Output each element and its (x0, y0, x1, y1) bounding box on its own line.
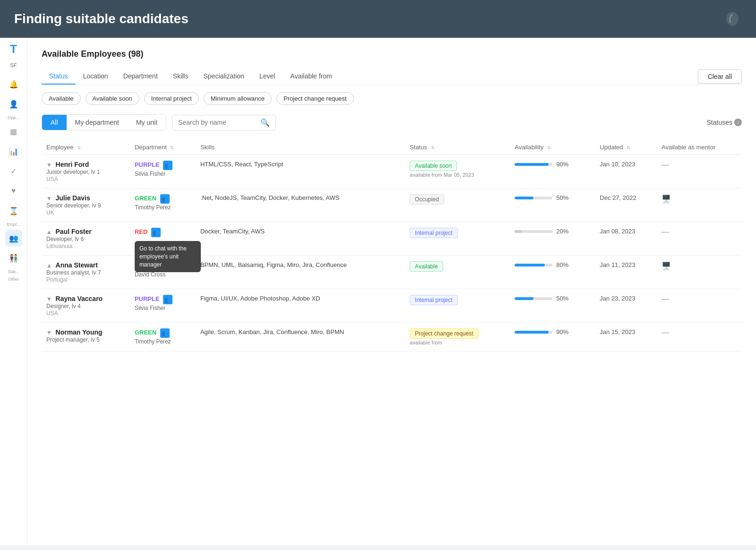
dept-team-icon[interactable]: 👥 (151, 228, 161, 237)
col-availability: Availability ⇅ (510, 140, 595, 155)
col-updated: Updated ⇅ (595, 140, 657, 155)
clear-all-button[interactable]: Clear all (698, 69, 742, 84)
skills-text: Docker, TeamCity, AWS (200, 228, 265, 235)
sidebar-label-opp: Opp... (8, 115, 19, 120)
dept-manager: Timothy Perez (135, 338, 171, 345)
employee-name: Paul Foster (56, 228, 92, 235)
employee-country: USA (46, 176, 58, 182)
dept-team-icon[interactable]: 👥 (163, 161, 172, 170)
employee-country: USA (46, 310, 58, 317)
dept-team-icon[interactable]: 👥 (163, 295, 172, 304)
updated-date: Jan 23, 2023 (600, 295, 635, 302)
table-row: ▼ Rayna Vaccaro Designer, lv 4 USA PURPL… (42, 289, 742, 323)
tab-level[interactable]: Level (252, 69, 283, 85)
sidebar-label-stat: Stat... (8, 269, 19, 274)
tab-status[interactable]: Status (42, 69, 76, 85)
sidebar-item-bell[interactable]: 🔔 (5, 76, 22, 93)
updated-date: Jan 15, 2023 (600, 328, 635, 335)
dept-name: GREEN (135, 329, 156, 336)
col-skills: Skills (196, 140, 405, 155)
table-row: ▼ Julie Davis Senior developer, lv 9 UK … (42, 189, 742, 222)
expand-arrow[interactable]: ▼ (46, 296, 52, 302)
dept-name: PURPLE (135, 295, 160, 302)
employee-country: Lithuanuia (46, 243, 72, 249)
sidebar-item-grid[interactable]: ▦ (5, 123, 22, 140)
expand-arrow[interactable]: ▲ (46, 262, 52, 269)
mentor-icon: 🖥️ (662, 262, 671, 270)
availability-bar: 90% (515, 328, 590, 335)
statuses-label: Statuses i (707, 119, 742, 126)
mentor-icon: 🖥️ (662, 195, 671, 203)
view-toggle: All My department My unit (42, 114, 166, 130)
employees-table: Employee ⇅ Department ⇅ Skills Status ⇅ … (42, 140, 742, 352)
dept-team-icon[interactable]: 👥 (160, 328, 170, 338)
sidebar-label-empl: Empl... (7, 222, 20, 227)
sidebar-org-label[interactable]: SF (10, 62, 17, 68)
employee-role: Junior developer, lv 1 (46, 169, 100, 175)
search-box[interactable]: 🔍 (172, 115, 276, 130)
sidebar-item-check[interactable]: ✓ (5, 163, 22, 180)
chip-available[interactable]: Available (42, 92, 81, 105)
sidebar-label-other: Other (8, 277, 19, 282)
dept-team-icon[interactable]: 👥 (160, 194, 170, 204)
col-employee: Employee ⇅ (42, 140, 130, 155)
skills-text: Agile, Scrum, Kanban, Jira, Confluence, … (200, 328, 344, 335)
sidebar-item-heart[interactable]: ♥ (5, 182, 22, 199)
main-content: Available Employees (98) Status Location… (27, 38, 756, 545)
employee-role: Business analyst, lv 7 (46, 269, 101, 276)
employee-role: Project manager, lv 5 (46, 336, 100, 343)
availability-pct: 90% (556, 328, 568, 335)
sidebar-item-person[interactable]: 👤 (5, 95, 22, 112)
sidebar-item-history[interactable]: ⌛ (5, 202, 22, 219)
search-icon: 🔍 (260, 118, 270, 127)
dept-manager: Silvia Fisher (135, 171, 165, 177)
page-heading: Finding suitable candidates (14, 11, 189, 26)
dept-name: GREEN (135, 195, 156, 202)
dept-manager: David Cross (135, 271, 165, 278)
chip-minimum-allowance[interactable]: Minimum allowance (204, 92, 272, 105)
info-icon: i (734, 119, 742, 126)
status-filters: Available Available soon Internal projec… (42, 92, 742, 105)
avail-date: available from Mar 05, 2023 (410, 172, 505, 178)
availability-pct: 90% (556, 161, 568, 168)
chip-internal-project[interactable]: Internal project (144, 92, 199, 105)
tab-department[interactable]: Department (116, 69, 165, 85)
status-badge: Available (410, 261, 443, 272)
chip-available-soon[interactable]: Available soon (86, 92, 139, 105)
avail-date: available from (410, 340, 505, 345)
updated-date: Jan 08, 2023 (600, 228, 635, 235)
tab-skills[interactable]: Skills (165, 69, 196, 85)
tooltip-box: Go to chat with the employee's unit mana… (135, 241, 201, 272)
status-badge: Internal project (410, 228, 457, 238)
expand-arrow[interactable]: ▲ (46, 229, 52, 235)
status-badge: Internal project (410, 295, 457, 305)
availability-bar: 20% (515, 228, 590, 235)
toolbar: All My department My unit 🔍 Statuses i (42, 114, 742, 130)
dept-manager: Timothy Perez (135, 204, 171, 211)
view-my-unit-button[interactable]: My unit (128, 115, 166, 130)
sidebar-item-chart[interactable]: 📊 (5, 143, 22, 160)
tab-specialization[interactable]: Specialization (196, 69, 251, 85)
chip-project-change-request[interactable]: Project change request (276, 92, 354, 105)
tab-location[interactable]: Location (76, 69, 116, 85)
skills-text: BPMN, UML, Balsamiq, Figma, Miro, Jira, … (200, 261, 347, 268)
search-input[interactable] (178, 119, 257, 126)
view-all-button[interactable]: All (42, 115, 67, 130)
availability-bar: 50% (515, 194, 590, 201)
view-my-department-button[interactable]: My department (67, 115, 128, 130)
sidebar-item-people[interactable]: 👫 (5, 249, 22, 266)
availability-bar: 50% (515, 295, 590, 302)
sidebar: T SF 🔔 👤 Opp... ▦ 📊 ✓ ♥ ⌛ Empl... 👥 👫 St… (0, 38, 27, 545)
tab-available-from[interactable]: Available from (283, 69, 339, 85)
status-badge: Project change request (410, 328, 478, 339)
expand-arrow[interactable]: ▼ (46, 329, 52, 336)
sidebar-item-employees[interactable]: 👥 (5, 230, 22, 247)
employee-name: Norman Young (56, 328, 103, 336)
employee-name: Julie Davis (56, 194, 90, 202)
expand-arrow[interactable]: ▼ (46, 195, 52, 202)
expand-arrow[interactable]: ▼ (46, 162, 52, 168)
updated-date: Jan 11, 2023 (600, 261, 635, 268)
col-department: Department ⇅ (130, 140, 196, 155)
status-badge: Occupied (410, 194, 444, 205)
mentor-dash: — (662, 228, 669, 236)
